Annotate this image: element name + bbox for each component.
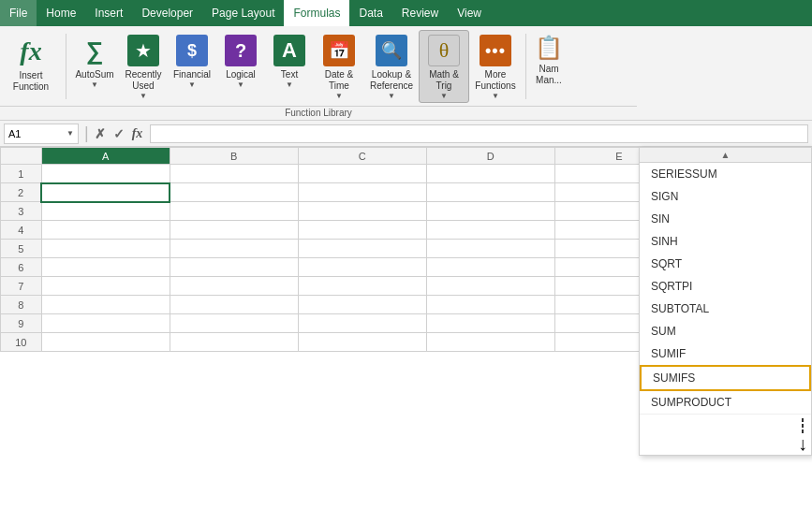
dropdown-item-seriessum[interactable]: SERIESSUM xyxy=(640,163,811,185)
col-header-a[interactable]: A xyxy=(41,148,170,165)
row-header-5[interactable]: 5 xyxy=(1,240,42,258)
menu-item-formulas[interactable]: Formulas xyxy=(284,0,349,26)
menu-item-view[interactable]: View xyxy=(448,0,491,26)
dropdown-item-sum[interactable]: SUM xyxy=(640,320,811,342)
cell-B4[interactable] xyxy=(170,221,298,240)
dropdown-item-sqrt[interactable]: SQRT xyxy=(640,253,811,275)
financial-arrow: ▼ xyxy=(188,80,196,89)
row-header-3[interactable]: 3 xyxy=(1,202,42,221)
name-box[interactable]: A1 ▼ xyxy=(4,124,79,144)
cell-C2[interactable] xyxy=(298,183,426,202)
dropdown-item-sumif[interactable]: SUMIF xyxy=(640,342,811,365)
cell-C10[interactable] xyxy=(298,333,426,352)
logical-button[interactable]: ? Logical ▼ xyxy=(216,30,265,97)
autosum-button[interactable]: ∑ AutoSum ▼ xyxy=(70,30,119,97)
dropdown-item-sqrtpi[interactable]: SQRTPI xyxy=(640,275,811,298)
recently-used-icon-box: ★ xyxy=(127,35,159,66)
menu-item-data[interactable]: Data xyxy=(349,0,391,26)
row-header-8[interactable]: 8 xyxy=(1,296,42,314)
cancel-button[interactable]: ✗ xyxy=(95,126,106,141)
cell-A5[interactable] xyxy=(41,240,170,258)
col-header-c[interactable]: C xyxy=(298,148,426,165)
cell-A9[interactable] xyxy=(41,314,170,333)
datetime-button[interactable]: 📅 Date &Time ▼ xyxy=(314,30,364,103)
cell-C7[interactable] xyxy=(298,277,426,296)
cell-D7[interactable] xyxy=(426,277,554,296)
dropdown-item-subtotal[interactable]: SUBTOTAL xyxy=(640,298,811,320)
cell-ref-value: A1 xyxy=(8,128,66,139)
menu-item-review[interactable]: Review xyxy=(392,0,448,26)
cell-C3[interactable] xyxy=(298,202,426,221)
scroll-up-arrow[interactable]: ▲ xyxy=(640,148,811,163)
math-trig-icon: θ xyxy=(439,38,450,63)
cell-B8[interactable] xyxy=(170,296,298,314)
name-manager-button[interactable]: 📋 NamMan... xyxy=(530,30,568,97)
dropdown-item-sign[interactable]: SIGN xyxy=(640,185,811,208)
insert-function-button[interactable]: fx Insert Function xyxy=(4,30,58,97)
cell-D4[interactable] xyxy=(426,221,554,240)
cell-B3[interactable] xyxy=(170,202,298,221)
menu-item-file[interactable]: File xyxy=(0,0,37,26)
cell-C1[interactable] xyxy=(298,165,426,183)
cell-D5[interactable] xyxy=(426,240,554,258)
cell-A2[interactable] xyxy=(41,183,170,202)
cell-B1[interactable] xyxy=(170,165,298,183)
row-header-7[interactable]: 7 xyxy=(1,277,42,296)
scroll-down-arrow-icon[interactable]: ↓ xyxy=(798,434,807,453)
row-header-1[interactable]: 1 xyxy=(1,165,42,183)
cell-C8[interactable] xyxy=(298,296,426,314)
cell-B5[interactable] xyxy=(170,240,298,258)
text-arrow: ▼ xyxy=(286,80,293,89)
row-header-4[interactable]: 4 xyxy=(1,221,42,240)
cell-D9[interactable] xyxy=(426,314,554,333)
menu-item-home[interactable]: Home xyxy=(37,0,85,26)
col-header-b[interactable]: B xyxy=(170,148,298,165)
cell-A10[interactable] xyxy=(41,333,170,352)
financial-button[interactable]: $ Financial ▼ xyxy=(168,30,216,97)
cell-C9[interactable] xyxy=(298,314,426,333)
cell-A6[interactable] xyxy=(41,258,170,277)
cell-B9[interactable] xyxy=(170,314,298,333)
dropdown-item-sumproduct[interactable]: SUMPRODUCT xyxy=(640,391,811,414)
dropdown-item-sin[interactable]: SIN xyxy=(640,208,811,230)
row-header-9[interactable]: 9 xyxy=(1,314,42,333)
cell-A4[interactable] xyxy=(41,221,170,240)
cell-B10[interactable] xyxy=(170,333,298,352)
lookup-button[interactable]: 🔍 Lookup &Reference ▼ xyxy=(364,30,419,103)
cell-B6[interactable] xyxy=(170,258,298,277)
formula-input[interactable] xyxy=(150,124,808,143)
menu-item-developer[interactable]: Developer xyxy=(132,0,202,26)
math-trig-label: Math &Trig xyxy=(429,69,459,92)
cell-D3[interactable] xyxy=(426,202,554,221)
cell-D10[interactable] xyxy=(426,333,554,352)
row-header-10[interactable]: 10 xyxy=(1,333,42,352)
recently-used-button[interactable]: ★ RecentlyUsed ▼ xyxy=(119,30,168,103)
cell-A3[interactable] xyxy=(41,202,170,221)
math-trig-button[interactable]: θ Math &Trig ▼ xyxy=(419,30,469,103)
cell-B2[interactable] xyxy=(170,183,298,202)
name-manager-label: NamMan... xyxy=(536,64,562,86)
row-header-2[interactable]: 2 xyxy=(1,183,42,202)
cell-C5[interactable] xyxy=(298,240,426,258)
col-header-d[interactable]: D xyxy=(426,148,554,165)
cell-C6[interactable] xyxy=(298,258,426,277)
confirm-button[interactable]: ✓ xyxy=(113,126,125,141)
cell-D2[interactable] xyxy=(426,183,554,202)
dropdown-item-sumifs[interactable]: SUMIFS xyxy=(640,365,811,391)
row-header-6[interactable]: 6 xyxy=(1,258,42,277)
cell-D6[interactable] xyxy=(426,258,554,277)
more-functions-label: MoreFunctions xyxy=(475,69,515,92)
cell-A7[interactable] xyxy=(41,277,170,296)
cell-D1[interactable] xyxy=(426,165,554,183)
datetime-arrow: ▼ xyxy=(335,92,343,100)
menu-item-insert[interactable]: Insert xyxy=(85,0,132,26)
more-functions-button[interactable]: ••• MoreFunctions ▼ xyxy=(469,30,522,103)
dropdown-item-sinh[interactable]: SINH xyxy=(640,230,811,253)
menu-item-page layout[interactable]: Page Layout xyxy=(202,0,284,26)
text-button[interactable]: A Text ▼ xyxy=(265,30,314,97)
cell-B7[interactable] xyxy=(170,277,298,296)
cell-C4[interactable] xyxy=(298,221,426,240)
cell-D8[interactable] xyxy=(426,296,554,314)
cell-A8[interactable] xyxy=(41,296,170,314)
cell-A1[interactable] xyxy=(41,165,170,183)
